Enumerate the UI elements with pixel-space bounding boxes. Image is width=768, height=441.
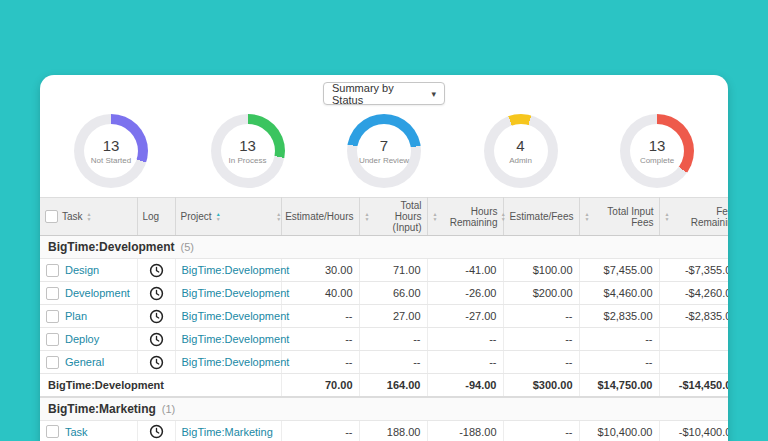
status-label: Not Started [91, 156, 131, 165]
page-background: Summary by Status ▾ 13 Not Started 13 In… [0, 0, 768, 441]
task-link[interactable]: Plan [65, 310, 87, 322]
task-link[interactable]: Deploy [65, 333, 99, 345]
column-header-hours-remaining[interactable]: ▲▼ Hours Remaining [427, 198, 503, 236]
column-header-label: Project [181, 211, 212, 222]
project-link[interactable]: BigTime:Development [182, 333, 290, 345]
hours-remaining-cell: -- [427, 351, 503, 374]
status-count: 13 [239, 137, 256, 154]
log-clock-icon[interactable] [149, 309, 164, 324]
column-header-task[interactable]: Task ▲▼ [40, 198, 137, 236]
total-hours-total-cell: 164.00 [359, 374, 427, 397]
sort-icon: ▲▼ [87, 212, 92, 222]
sort-icon: ▲▼ [276, 212, 281, 222]
status-count: 7 [380, 137, 388, 154]
row-checkbox[interactable] [46, 287, 59, 300]
log-clock-icon[interactable] [149, 286, 164, 301]
project-link[interactable]: BigTime:Marketing [182, 426, 273, 438]
status-donut-not-started: 13 Not Started [74, 114, 148, 188]
donut-hole: 4 Admin [494, 124, 548, 178]
log-clock-icon[interactable] [149, 355, 164, 370]
total-input-fees-cell: $4,460.00 [579, 282, 659, 305]
group-count: (5) [180, 241, 193, 253]
estimate-hours-cell: -- [281, 351, 359, 374]
select-all-checkbox[interactable] [45, 210, 58, 223]
status-count: 13 [103, 137, 120, 154]
total-hours-cell: 188.00 [359, 420, 427, 441]
estimate-fees-cell: -- [503, 351, 579, 374]
estimate-hours-cell: -- [281, 305, 359, 328]
fees-remaining-cell: -- [659, 351, 728, 374]
status-donut-under-review: 7 Under Review [347, 114, 421, 188]
row-checkbox[interactable] [46, 264, 59, 277]
group-header-row: BigTime:Marketing(1) [40, 397, 728, 421]
group-header-row: BigTime:Development(5) [40, 236, 728, 259]
status-donut-in-process: 13 In Process [211, 114, 285, 188]
column-header-estimate-fees[interactable]: ▲▼ Estimate/Fees [503, 198, 579, 236]
hours-remaining-cell: -26.00 [427, 282, 503, 305]
task-link[interactable]: General [65, 356, 104, 368]
fees-remaining-cell: -- [659, 328, 728, 351]
estimate-hours-cell: 40.00 [281, 282, 359, 305]
row-checkbox[interactable] [46, 356, 59, 369]
column-header-log: Log [137, 198, 175, 236]
status-label: Complete [640, 156, 674, 165]
task-row: Design BigTime:Development 30.0071.00-41… [40, 259, 728, 282]
hours-remaining-cell: -41.00 [427, 259, 503, 282]
estimate-fees-cell: $200.00 [503, 282, 579, 305]
log-clock-icon[interactable] [149, 332, 164, 347]
task-row: Development BigTime:Development 40.0066.… [40, 282, 728, 305]
sort-icon: ▲▼ [501, 212, 506, 222]
column-header-estimate-hours[interactable]: ▲▼ Estimate/Hours [281, 198, 359, 236]
task-row: Deploy BigTime:Development ------------ [40, 328, 728, 351]
column-header-label: Task [62, 211, 83, 222]
column-header-fees-remaining[interactable]: ▲▼ Fees Remaining [659, 198, 728, 236]
total-hours-cell: 27.00 [359, 305, 427, 328]
row-checkbox[interactable] [46, 333, 59, 346]
status-count: 4 [516, 137, 524, 154]
estimate-fees-cell: -- [503, 420, 579, 441]
dashboard-card: Summary by Status ▾ 13 Not Started 13 In… [40, 75, 728, 441]
donut-ring: 13 Not Started [74, 114, 148, 188]
hours-remaining-cell: -188.00 [427, 420, 503, 441]
donut-ring: 13 In Process [211, 114, 285, 188]
total-input-fees-cell: -- [579, 328, 659, 351]
task-link[interactable]: Task [65, 426, 88, 438]
column-header-label: Log [143, 211, 160, 222]
donut-hole: 13 Complete [630, 124, 684, 178]
fees-remaining-cell: -$10,400.00 [659, 420, 728, 441]
column-header-label: Estimate/Hours [285, 211, 353, 222]
column-header-label: Estimate/Fees [510, 211, 574, 222]
group-summary-row: BigTime:Development 70.00164.00-94.00$30… [40, 374, 728, 397]
sort-icon: ▲▼ [585, 212, 590, 222]
total-input-fees-cell: -- [579, 351, 659, 374]
column-header-total-input-fees[interactable]: ▲▼ Total Input Fees [579, 198, 659, 236]
task-link[interactable]: Design [65, 264, 99, 276]
donut-ring: 4 Admin [484, 114, 558, 188]
table-header-row: Task ▲▼ Log Project ▲▼ ▲▼ Estimate/Hours [40, 198, 728, 236]
project-link[interactable]: BigTime:Development [182, 356, 290, 368]
log-clock-icon[interactable] [149, 424, 164, 439]
total-hours-cell: -- [359, 328, 427, 351]
summary-by-status-dropdown[interactable]: Summary by Status ▾ [323, 82, 445, 105]
column-header-label: Total Input Fees [593, 206, 653, 228]
log-clock-icon[interactable] [149, 263, 164, 278]
column-header-total-hours-input[interactable]: ▲▼ Total Hours (Input) [359, 198, 427, 236]
task-summary-table: Task ▲▼ Log Project ▲▼ ▲▼ Estimate/Hours [40, 197, 728, 441]
status-donut-row: 13 Not Started 13 In Process 7 Under Rev… [40, 111, 728, 197]
estimate-fees-cell: -- [503, 328, 579, 351]
row-checkbox[interactable] [46, 425, 59, 438]
project-link[interactable]: BigTime:Development [182, 310, 290, 322]
sort-icon: ▲▼ [365, 212, 370, 222]
row-checkbox[interactable] [46, 310, 59, 323]
task-link[interactable]: Development [65, 287, 130, 299]
status-donut-admin: 4 Admin [484, 114, 558, 188]
sort-icon: ▲▼ [433, 212, 438, 222]
project-link[interactable]: BigTime:Development [182, 287, 290, 299]
status-label: Admin [509, 156, 532, 165]
fees-remaining-cell: -$4,260.00 [659, 282, 728, 305]
total-hours-cell: -- [359, 351, 427, 374]
chevron-down-icon: ▾ [431, 89, 436, 99]
total-hours-cell: 66.00 [359, 282, 427, 305]
column-header-project[interactable]: Project ▲▼ [175, 198, 281, 236]
project-link[interactable]: BigTime:Development [182, 264, 290, 276]
